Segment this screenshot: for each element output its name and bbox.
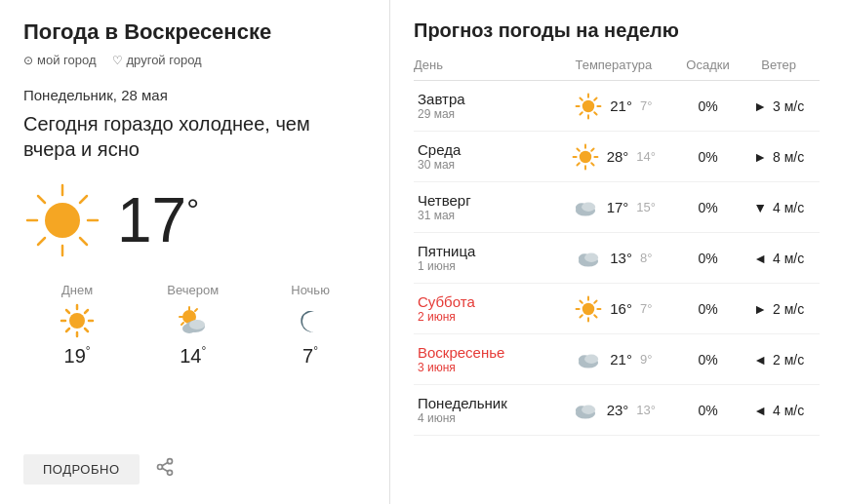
date-label: Понедельник, 28 мая	[23, 87, 366, 103]
period-day-icon	[60, 303, 95, 338]
svg-line-39	[581, 112, 582, 114]
table-row: Понедельник 4 июня 23° 13° 0% ◄ 4 м/с	[414, 385, 820, 436]
svg-point-0	[45, 203, 80, 238]
svg-line-6	[80, 238, 87, 245]
temp-cell: 23° 13°	[549, 385, 677, 436]
svg-line-21	[195, 309, 197, 311]
table-row: Воскресенье 3 июня 21° 9° 0% ◄ 2 м/с	[414, 334, 820, 385]
table-row: Четверг 31 мая 17° 15° 0% ▼ 4 м/с	[414, 182, 820, 233]
day-name-cell: Суббота 2 июня	[414, 284, 549, 334]
temp-cell: 21° 7°	[549, 81, 677, 132]
svg-point-66	[584, 354, 598, 363]
temp-cell: 28° 14°	[549, 132, 677, 182]
wind-cell: ▼ 4 м/с	[738, 182, 820, 233]
svg-line-60	[581, 300, 582, 302]
svg-point-31	[582, 99, 594, 111]
svg-line-17	[66, 329, 69, 331]
other-city-link[interactable]: ♡ другой город	[112, 53, 202, 67]
svg-point-40	[579, 150, 590, 162]
bottom-actions: ПОДРОБНО	[23, 454, 366, 485]
table-row: Среда 30 мая 28° 14° 0% ► 8 м/с	[414, 132, 820, 182]
svg-point-9	[69, 313, 85, 329]
temp-cell: 13° 8°	[549, 233, 677, 284]
wind-cell: ◄ 4 м/с	[738, 233, 820, 284]
temp-cell: 21° 9°	[549, 334, 677, 385]
current-weather-icon	[23, 181, 101, 259]
precip-cell: 0%	[678, 81, 739, 132]
temp-cell: 17° 15°	[549, 182, 677, 233]
svg-line-5	[38, 196, 45, 203]
svg-line-7	[80, 196, 87, 203]
table-row: Завтра 29 мая 21° 7° 0% ► 3 м/с	[414, 81, 820, 132]
svg-line-37	[594, 112, 596, 114]
page-title: Погода в Воскресенске	[23, 19, 366, 45]
weather-description: Сегодня гораздо холоднее, чем вчера и яс…	[23, 111, 366, 162]
location-icon: ⊙	[23, 54, 33, 67]
svg-line-38	[594, 97, 596, 99]
precip-cell: 0%	[678, 132, 739, 182]
svg-line-29	[162, 468, 168, 471]
period-night-label: Ночью	[291, 283, 330, 297]
svg-point-69	[582, 405, 595, 413]
city-links: ⊙ мой город ♡ другой город	[23, 53, 366, 67]
precip-cell: 0%	[678, 284, 739, 334]
wind-cell: ◄ 4 м/с	[738, 385, 820, 436]
svg-line-47	[591, 148, 593, 150]
svg-line-62	[594, 300, 596, 302]
day-name-cell: Воскресенье 3 июня	[414, 334, 549, 385]
col-temp: Температура	[549, 58, 677, 81]
wind-cell: ► 2 м/с	[738, 284, 820, 334]
location-icon-2: ♡	[112, 54, 123, 67]
time-periods: Днем 19° Вечером	[23, 283, 366, 368]
period-evening-label: Вечером	[167, 283, 219, 297]
details-button[interactable]: ПОДРОБНО	[23, 454, 140, 485]
svg-point-55	[582, 302, 594, 314]
wind-cell: ► 3 м/с	[738, 81, 820, 132]
share-icon[interactable]	[155, 457, 175, 482]
current-weather: 17°	[23, 181, 366, 259]
left-panel: Погода в Воскресенске ⊙ мой город ♡ друг…	[0, 0, 390, 504]
temp-cell: 16° 7°	[549, 284, 677, 334]
period-night-icon	[293, 303, 328, 338]
svg-line-63	[581, 315, 582, 317]
col-precip: Осадки	[678, 58, 739, 81]
svg-line-46	[591, 163, 593, 165]
period-day-label: Днем	[61, 283, 93, 297]
period-night: Ночью 7°	[291, 283, 330, 368]
forecast-title: Прогноз погоды на неделю	[414, 19, 820, 42]
svg-point-51	[582, 202, 595, 211]
svg-line-14	[66, 310, 69, 313]
table-row: Суббота 2 июня 16° 7° 0% ► 2 м/с	[414, 284, 820, 334]
day-name-cell: Четверг 31 мая	[414, 182, 549, 233]
table-row: Пятница 1 июня 13° 8° 0% ◄ 4 м/с	[414, 233, 820, 284]
wind-cell: ◄ 2 м/с	[738, 334, 820, 385]
precip-cell: 0%	[678, 233, 739, 284]
forecast-table: День Температура Осадки Ветер Завтра 29 …	[414, 58, 820, 436]
svg-line-15	[85, 329, 88, 331]
period-day-temp: 19°	[64, 344, 91, 368]
period-night-temp: 7°	[302, 344, 318, 368]
right-panel: Прогноз погоды на неделю День Температур…	[390, 0, 843, 504]
period-day: Днем 19°	[60, 283, 95, 368]
svg-line-48	[577, 163, 579, 165]
period-evening: Вечером 14°	[167, 283, 219, 368]
wind-cell: ► 8 м/с	[738, 132, 820, 182]
day-name-cell: Пятница 1 июня	[414, 233, 549, 284]
col-day: День	[414, 58, 549, 81]
svg-line-36	[581, 97, 582, 99]
my-city-link[interactable]: ⊙ мой город	[23, 53, 97, 67]
svg-line-22	[181, 323, 183, 325]
col-wind: Ветер	[738, 58, 820, 81]
precip-cell: 0%	[678, 385, 739, 436]
period-evening-temp: 14°	[180, 344, 206, 368]
svg-line-30	[162, 462, 168, 465]
my-city-label: мой город	[37, 53, 97, 67]
precip-cell: 0%	[678, 182, 739, 233]
svg-line-45	[577, 148, 579, 150]
day-name-cell: Среда 30 мая	[414, 132, 549, 182]
svg-line-61	[594, 315, 596, 317]
svg-line-16	[85, 310, 88, 313]
current-temperature: 17°	[117, 184, 199, 256]
svg-line-8	[38, 238, 45, 245]
day-name-cell: Понедельник 4 июня	[414, 385, 549, 436]
